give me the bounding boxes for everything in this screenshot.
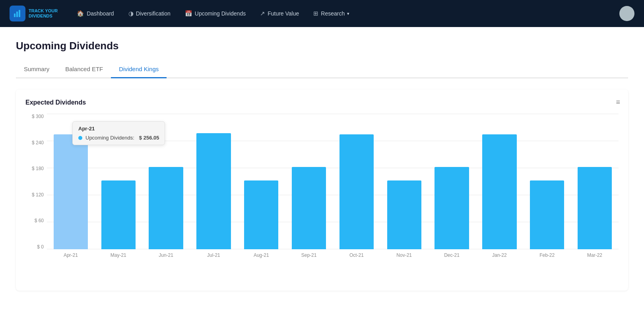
x-label-Aug-21: Aug-21 (237, 249, 285, 258)
bar-group[interactable] (190, 114, 237, 249)
page-title: Upcoming Dividends (16, 40, 628, 52)
y-label-240: $ 240 (25, 140, 47, 145)
avatar[interactable] (619, 6, 634, 21)
chart-card: Expected Dividends ≡ $ 0 $ 60 $ 120 $ 18… (16, 89, 628, 291)
bar-Apr-21[interactable] (54, 134, 88, 249)
chart-plot-area: Apr-21 Upcoming Dividends: $ 256.05 (47, 114, 619, 249)
x-label-Oct-21: Oct-21 (333, 249, 380, 258)
calendar-icon: 📅 (185, 10, 192, 17)
bar-Jun-21[interactable] (149, 167, 183, 249)
tooltip-row: Upcoming Dividends: $ 256.05 (78, 135, 159, 141)
bar-group[interactable] (571, 114, 619, 249)
bar-group[interactable] (237, 114, 285, 249)
x-label-Mar-22: Mar-22 (571, 249, 619, 258)
bar-group[interactable] (523, 114, 571, 249)
x-labels: Apr-21May-21Jun-21Jul-21Aug-21Sep-21Oct-… (47, 249, 619, 258)
navbar: TRACK YOUR DIVIDENDS 🏠 Dashboard ◑ Diver… (0, 0, 644, 27)
bar-group[interactable] (475, 114, 523, 249)
nav-future-value[interactable]: ↗ Future Value (254, 7, 305, 20)
nav-upcoming-dividends[interactable]: 📅 Upcoming Dividends (178, 7, 252, 20)
y-label-180: $ 180 (25, 166, 47, 171)
bar-group[interactable] (380, 114, 428, 249)
bar-Dec-21[interactable] (435, 167, 469, 249)
y-label-0: $ 0 (25, 244, 47, 249)
tab-balanced-etf[interactable]: Balanced ETF (57, 62, 111, 78)
home-icon: 🏠 (77, 10, 84, 17)
svg-rect-0 (14, 14, 16, 17)
bar-Jan-22[interactable] (482, 134, 516, 249)
x-label-Jul-21: Jul-21 (190, 249, 237, 258)
tooltip-date: Apr-21 (78, 126, 159, 132)
bar-group[interactable] (333, 114, 380, 249)
bar-May-21[interactable] (101, 180, 136, 249)
trend-icon: ↗ (260, 10, 265, 17)
x-label-Dec-21: Dec-21 (428, 249, 476, 258)
nav-research[interactable]: ⊞ Research ▾ (307, 7, 356, 20)
x-label-May-21: May-21 (95, 249, 142, 258)
x-label-Jan-22: Jan-22 (475, 249, 523, 258)
svg-rect-2 (19, 10, 20, 17)
page-content: Upcoming Dividends Summary Balanced ETF … (0, 27, 644, 322)
tabs: Summary Balanced ETF Dividend Kings (16, 62, 628, 78)
bar-Oct-21[interactable] (339, 134, 374, 249)
logo[interactable]: TRACK YOUR DIVIDENDS (10, 6, 58, 21)
bar-group[interactable] (428, 114, 476, 249)
x-label-Feb-22: Feb-22 (523, 249, 571, 258)
chart-title: Expected Dividends (25, 99, 619, 106)
bar-Sep-21[interactable] (292, 167, 326, 249)
logo-text: TRACK YOUR DIVIDENDS (29, 8, 58, 19)
nav-dashboard[interactable]: 🏠 Dashboard (70, 7, 120, 20)
tooltip-value: $ 256.05 (139, 135, 159, 141)
bar-Mar-22[interactable] (578, 167, 612, 249)
table-icon: ⊞ (313, 10, 318, 17)
y-label-300: $ 300 (25, 114, 47, 119)
bar-Aug-21[interactable] (244, 180, 278, 249)
tooltip-dot (78, 136, 82, 140)
x-label-Sep-21: Sep-21 (285, 249, 333, 258)
chart-menu-icon[interactable]: ≡ (616, 98, 620, 107)
y-axis: $ 0 $ 60 $ 120 $ 180 $ 240 $ 300 (25, 114, 47, 249)
logo-icon (10, 6, 25, 21)
tab-summary[interactable]: Summary (16, 62, 57, 78)
nav-diversification[interactable]: ◑ Diversification (122, 7, 177, 20)
tooltip-label: Upcoming Dividends: (85, 135, 134, 141)
bar-Jul-21[interactable] (196, 133, 231, 249)
y-label-60: $ 60 (25, 218, 47, 223)
bar-Nov-21[interactable] (387, 180, 421, 249)
bar-group[interactable] (285, 114, 333, 249)
tooltip: Apr-21 Upcoming Dividends: $ 256.05 (72, 121, 165, 145)
chevron-down-icon: ▾ (347, 11, 349, 16)
tab-dividend-kings[interactable]: Dividend Kings (111, 62, 167, 78)
nav-links: 🏠 Dashboard ◑ Diversification 📅 Upcoming… (70, 7, 616, 20)
x-label-Apr-21: Apr-21 (47, 249, 95, 258)
y-label-120: $ 120 (25, 192, 47, 197)
svg-rect-1 (16, 12, 18, 17)
x-label-Jun-21: Jun-21 (142, 249, 190, 258)
x-label-Nov-21: Nov-21 (380, 249, 428, 258)
pie-icon: ◑ (128, 10, 134, 17)
chart-container: $ 0 $ 60 $ 120 $ 180 $ 240 $ 300 (25, 114, 619, 281)
bar-Feb-22[interactable] (530, 180, 564, 249)
